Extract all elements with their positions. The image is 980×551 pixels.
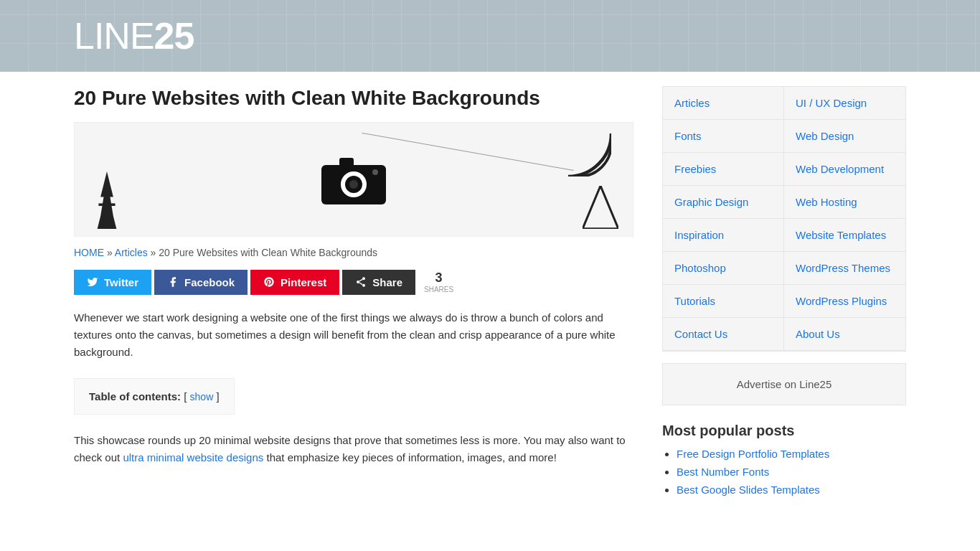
breadcrumb-current: 20 Pure Websites with Clean White Backgr… xyxy=(159,247,377,258)
sidebar-link-tutorials[interactable]: Tutorials xyxy=(674,295,715,307)
site-header: LINE25 xyxy=(0,0,980,72)
logo-text: LINE xyxy=(74,15,154,57)
sidebar-item-wordpress-themes: WordPress Themes xyxy=(784,252,905,285)
sidebar-item-tutorials: Tutorials xyxy=(663,285,784,318)
sidebar-item-web-design: Web Design xyxy=(784,120,905,153)
sidebar-link-photoshop[interactable]: Photoshop xyxy=(674,262,726,274)
sidebar-link-freebies[interactable]: Freebies xyxy=(674,163,716,175)
list-item: Free Design Portfolio Templates xyxy=(677,448,906,460)
breadcrumb-sep2: » xyxy=(151,247,159,258)
breadcrumb-articles[interactable]: Articles xyxy=(115,247,148,258)
twitter-share-button[interactable]: Twitter xyxy=(74,270,151,295)
svg-rect-1 xyxy=(98,203,115,206)
sidebar-item-web-development: Web Development xyxy=(784,153,905,186)
sidebar-item-graphic-design: Graphic Design xyxy=(663,186,784,219)
pinterest-icon xyxy=(263,276,275,288)
hero-diagonal-line xyxy=(362,133,574,171)
sidebar-link-wordpress-themes[interactable]: WordPress Themes xyxy=(796,262,890,274)
pinterest-button-label: Pinterest xyxy=(281,276,326,288)
toc-show-link[interactable]: show xyxy=(190,391,214,402)
sidebar-nav: Articles UI / UX Design Fonts Web Design… xyxy=(662,86,906,352)
popular-posts-list: Free Design Portfolio Templates Best Num… xyxy=(662,448,906,496)
logo-number: 25 xyxy=(154,15,194,57)
facebook-button-label: Facebook xyxy=(184,276,235,288)
article-title: 20 Pure Websites with Clean White Backgr… xyxy=(74,86,633,110)
sidebar-item-about-us: About Us xyxy=(784,318,905,351)
main-content: 20 Pure Websites with Clean White Backgr… xyxy=(74,86,633,501)
svg-rect-6 xyxy=(339,158,354,166)
toc-bracket-close: ] xyxy=(216,390,219,402)
sidebar-link-contact-us[interactable]: Contact Us xyxy=(674,328,727,340)
sidebar-link-web-hosting[interactable]: Web Hosting xyxy=(796,196,857,208)
twitter-icon xyxy=(87,276,98,288)
facebook-share-button[interactable]: Facebook xyxy=(154,270,248,295)
breadcrumb-home[interactable]: HOME xyxy=(74,247,104,258)
svg-line-13 xyxy=(359,283,363,285)
popular-post-link-3[interactable]: Best Google Slides Templates xyxy=(677,484,820,496)
svg-marker-8 xyxy=(583,186,618,229)
list-item: Best Number Fonts xyxy=(677,466,906,478)
hero-shape-right-icon xyxy=(583,186,618,229)
table-of-contents: Table of contents: [ show ] xyxy=(74,378,235,415)
sidebar-item-photoshop: Photoshop xyxy=(663,252,784,285)
site-logo[interactable]: LINE25 xyxy=(74,14,906,57)
sidebar-link-web-design[interactable]: Web Design xyxy=(796,130,854,142)
sidebar-item-contact-us: Contact Us xyxy=(663,318,784,351)
sidebar-item-articles: Articles xyxy=(663,87,784,120)
camera-icon xyxy=(318,151,390,208)
sidebar-item-website-templates: Website Templates xyxy=(784,219,905,252)
popular-posts: Most popular posts Free Design Portfolio… xyxy=(662,423,906,496)
advertise-box: Advertise on Line25 xyxy=(662,363,906,405)
share-button[interactable]: Share xyxy=(342,270,415,295)
sidebar-link-website-templates[interactable]: Website Templates xyxy=(796,229,886,241)
share-count: 3 SHARES xyxy=(424,270,453,293)
pinterest-share-button[interactable]: Pinterest xyxy=(250,270,339,295)
ultra-minimal-link[interactable]: ultra minimal website designs xyxy=(123,451,263,463)
share-row: Twitter Facebook Pinterest Share 3 SHARE… xyxy=(74,270,633,295)
twitter-button-label: Twitter xyxy=(104,276,138,288)
sidebar-link-articles[interactable]: Articles xyxy=(674,97,710,109)
sidebar-item-web-hosting: Web Hosting xyxy=(784,186,905,219)
sidebar-item-ui-ux: UI / UX Design xyxy=(784,87,905,120)
breadcrumb: HOME » Articles » 20 Pure Websites with … xyxy=(74,247,633,258)
sidebar-item-freebies: Freebies xyxy=(663,153,784,186)
hero-arc-icon xyxy=(568,133,611,176)
share-count-label: SHARES xyxy=(424,286,453,293)
svg-marker-0 xyxy=(98,171,117,229)
svg-line-14 xyxy=(359,279,363,281)
toc-label: Table of contents: xyxy=(89,390,181,402)
sidebar-link-wordpress-plugins[interactable]: WordPress Plugins xyxy=(796,295,887,307)
article-hero-image xyxy=(74,122,633,237)
popular-posts-heading: Most popular posts xyxy=(662,423,906,439)
article-body-p1: Whenever we start work designing a websi… xyxy=(74,309,633,361)
advertise-link[interactable]: Advertise on Line25 xyxy=(737,378,832,390)
svg-point-5 xyxy=(349,180,358,189)
sidebar-link-inspiration[interactable]: Inspiration xyxy=(674,229,724,241)
article-body-p2: This showcase rounds up 20 minimal websi… xyxy=(74,432,633,466)
list-item: Best Google Slides Templates xyxy=(677,484,906,496)
sidebar-link-ui-ux[interactable]: UI / UX Design xyxy=(796,97,867,109)
facebook-icon xyxy=(167,276,179,288)
popular-post-link-2[interactable]: Best Number Fonts xyxy=(677,466,769,478)
sidebar-item-wordpress-plugins: WordPress Plugins xyxy=(784,285,905,318)
svg-point-10 xyxy=(362,277,365,280)
popular-post-link-1[interactable]: Free Design Portfolio Templates xyxy=(677,448,829,460)
article-body-p2-after: that emphasize key pieces of information… xyxy=(263,451,557,463)
share-icon xyxy=(355,276,367,288)
svg-point-12 xyxy=(362,284,365,287)
toc-bracket-open: [ xyxy=(184,390,187,402)
sidebar-link-about-us[interactable]: About Us xyxy=(796,328,840,340)
hero-shape-left-icon xyxy=(89,171,125,229)
sidebar-item-inspiration: Inspiration xyxy=(663,219,784,252)
sidebar-link-web-development[interactable]: Web Development xyxy=(796,163,884,175)
breadcrumb-sep1: » xyxy=(107,247,115,258)
svg-point-7 xyxy=(372,169,378,175)
sidebar-item-fonts: Fonts xyxy=(663,120,784,153)
sidebar: Articles UI / UX Design Fonts Web Design… xyxy=(662,86,906,501)
share-count-number: 3 xyxy=(435,270,443,286)
sidebar-link-fonts[interactable]: Fonts xyxy=(674,130,702,142)
share-button-label: Share xyxy=(372,276,402,288)
svg-point-11 xyxy=(357,281,359,283)
sidebar-link-graphic-design[interactable]: Graphic Design xyxy=(674,196,748,208)
